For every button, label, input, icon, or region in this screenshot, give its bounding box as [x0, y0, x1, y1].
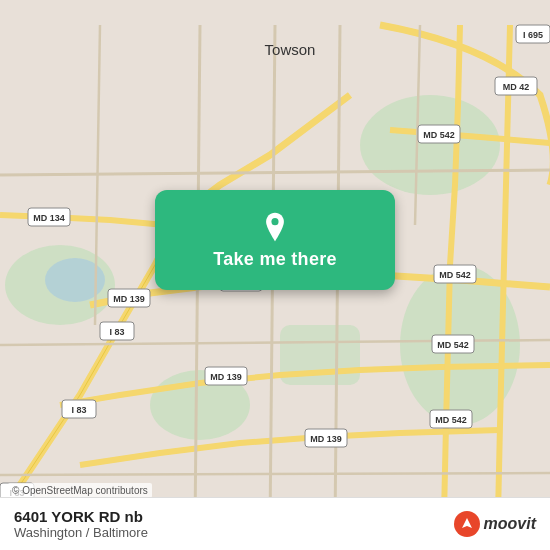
moovit-logo: moovit: [454, 511, 536, 537]
moovit-text: moovit: [484, 515, 536, 533]
svg-text:I 83: I 83: [109, 327, 124, 337]
svg-text:MD 542: MD 542: [437, 340, 469, 350]
button-label: Take me there: [213, 249, 337, 270]
moovit-icon: [454, 511, 480, 537]
svg-text:I 695: I 695: [523, 30, 543, 40]
svg-point-2: [360, 95, 500, 195]
svg-text:MD 542: MD 542: [439, 270, 471, 280]
svg-text:MD 139: MD 139: [310, 434, 342, 444]
svg-text:MD 542: MD 542: [423, 130, 455, 140]
map-attribution: © OpenStreetMap contributors: [8, 483, 152, 498]
svg-text:MD 134: MD 134: [33, 213, 65, 223]
svg-point-44: [271, 218, 278, 225]
svg-text:I 83: I 83: [71, 405, 86, 415]
map-container: MD 139 MD 13 MD 139 MD 139 MD 134 I 83 I…: [0, 0, 550, 550]
bottom-bar: 6401 YORK RD nb Washington / Baltimore m…: [0, 497, 550, 550]
svg-text:MD 542: MD 542: [435, 415, 467, 425]
svg-text:MD 139: MD 139: [113, 294, 145, 304]
svg-text:MD 139: MD 139: [210, 372, 242, 382]
svg-text:MD 42: MD 42: [503, 82, 530, 92]
address-line: 6401 YORK RD nb: [14, 508, 148, 525]
location-pin-icon: [259, 211, 291, 243]
svg-text:Towson: Towson: [265, 41, 316, 58]
city-line: Washington / Baltimore: [14, 525, 148, 540]
location-info: 6401 YORK RD nb Washington / Baltimore: [14, 508, 148, 540]
take-me-there-button[interactable]: Take me there: [155, 190, 395, 290]
